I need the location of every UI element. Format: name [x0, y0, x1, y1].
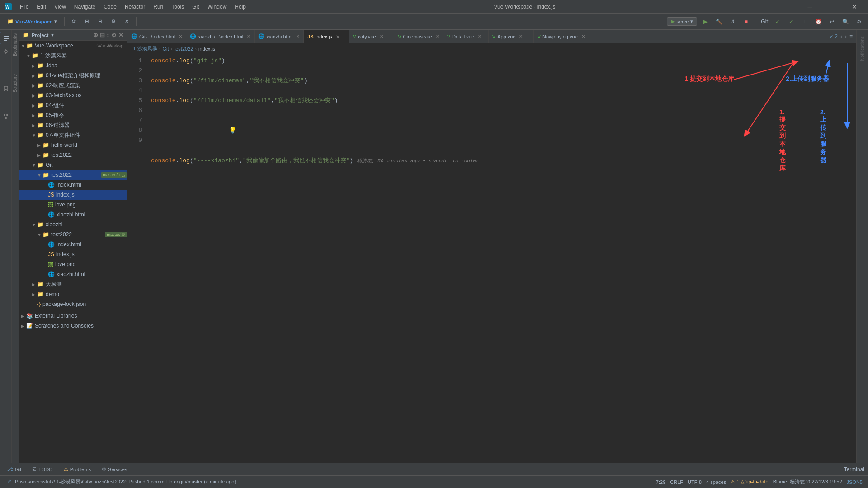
project-selector[interactable]: 📁 Vue-Workspace ▾ [4, 18, 61, 25]
close-tab-1[interactable]: ✕ [179, 34, 182, 39]
tree-item-test2022-xiaozhi[interactable]: ▼ 📁 test2022 master/ ∅ [19, 230, 127, 239]
tab-catyvue[interactable]: V caty.vue ✕ [349, 30, 394, 43]
code-area[interactable]: console.log("git js") console.log("/film… [146, 54, 856, 463]
git-check-count[interactable]: ✓ 2 [830, 33, 838, 39]
close-tab-4[interactable]: ✕ [336, 34, 340, 39]
tab-xiaozhi-indexhtml[interactable]: 🌐 xiaozhi\...\index.html ✕ [186, 30, 255, 43]
menu-help[interactable]: Help [231, 3, 250, 11]
menu-git[interactable]: Git [189, 3, 203, 11]
search-button[interactable]: 🔍 [840, 16, 851, 27]
breadcrumb-indexjs[interactable]: index.js [198, 46, 215, 52]
tab-nowplayingvue[interactable]: V Nowplaying.vue ✕ [534, 30, 589, 43]
menu-edit[interactable]: Edit [33, 3, 50, 11]
close-tab-8[interactable]: ✕ [519, 34, 523, 39]
tree-item-idea[interactable]: ▶ 📁 .idea [19, 61, 127, 70]
tree-item-05[interactable]: ▶ 📁 05-指令 [19, 110, 127, 120]
tab-cinemasvue[interactable]: V Cinemas.vue ✕ [394, 30, 443, 43]
close-button[interactable]: ✕ [844, 0, 864, 13]
close-tab-3[interactable]: ✕ [296, 34, 300, 39]
menu-refactor[interactable]: Refactor [121, 3, 149, 11]
bottom-tab-git[interactable]: ⎇ Git [4, 465, 25, 473]
tree-item-test2022-07[interactable]: ▶ 📁 test2022 [19, 150, 127, 160]
tab-menu[interactable]: ≡ [849, 33, 853, 40]
collapse-icon[interactable]: ⊟ [100, 32, 105, 38]
sync-button[interactable]: ⟳ [68, 18, 80, 25]
locate-icon[interactable]: ⊕ [93, 32, 98, 38]
maximize-button[interactable]: □ [822, 0, 842, 13]
breadcrumb-test2022[interactable]: test2022 [174, 46, 193, 52]
close-tab-7[interactable]: ✕ [478, 34, 481, 39]
minimize-button[interactable]: ─ [800, 0, 820, 13]
settings-button[interactable]: ⚙ [108, 18, 119, 25]
git-pull-button[interactable]: ↓ [799, 16, 810, 27]
menu-tools[interactable]: Tools [168, 3, 188, 11]
project-icon[interactable] [0, 32, 12, 44]
structure-icon[interactable] [0, 110, 12, 123]
tree-item-indexhtml[interactable]: 🌐 index.html [19, 180, 127, 190]
tree-item-xiaozhi-indexjs[interactable]: JS index.js [19, 249, 127, 259]
settings-gear-button[interactable]: ⚙ [854, 16, 864, 27]
run-button[interactable]: ▶ [700, 16, 711, 27]
tree-root[interactable]: ▼ 📁 Vue-Workspace F:\Vue-Worksp... [19, 41, 127, 51]
json-label[interactable]: JSON5 [847, 479, 863, 485]
tree-item-xiaozhi-lovepng[interactable]: 🖼 love.png [19, 259, 127, 269]
menu-run[interactable]: Run [150, 3, 167, 11]
tab-scroll-right[interactable]: › [845, 33, 847, 40]
menu-navigate[interactable]: Navigate [71, 3, 99, 11]
expand-all-button[interactable]: ⊞ [81, 18, 93, 25]
breadcrumb-git[interactable]: Git [162, 46, 169, 52]
close-tab-5[interactable]: ✕ [380, 34, 383, 39]
tree-item-06[interactable]: ▶ 📁 06-过滤器 [19, 120, 127, 130]
close-tab-9[interactable]: ✕ [581, 34, 585, 39]
build-button[interactable]: 🔨 [713, 16, 724, 27]
git-rollback-button[interactable]: ↩ [826, 16, 837, 27]
serve-dropdown[interactable]: ▶ serve ▾ [667, 17, 697, 26]
tab-xiaozhihtml[interactable]: 🌐 xiaozhi.html ✕ [255, 30, 304, 43]
tree-item-lovepng[interactable]: 🖼 love.png [19, 200, 127, 210]
tree-item-external[interactable]: ▶ 📚 External Libraries [19, 311, 127, 321]
tab-indexjs[interactable]: JS index.js ✕ [304, 30, 349, 43]
tree-item-helloworld[interactable]: ▶ 📁 hello-world [19, 140, 127, 150]
tab-appvue[interactable]: V App.vue ✕ [489, 30, 534, 43]
terminal-label[interactable]: Terminal [844, 466, 864, 473]
tree-item-03[interactable]: ▶ 📁 03-fetch&axios [19, 90, 127, 100]
menu-code[interactable]: Code [100, 3, 120, 11]
tree-item-xiaozhi-indexhtml[interactable]: 🌐 index.html [19, 239, 127, 249]
git-push-button[interactable]: ✓ [786, 16, 797, 27]
tab-detailvue[interactable]: V Detail.vue ✕ [443, 30, 489, 43]
tree-item-xiaozhi-folder[interactable]: ▼ 📁 xiaozhi [19, 220, 127, 230]
close-tree-button[interactable]: ✕ [121, 18, 132, 25]
close-tree-icon[interactable]: ✕ [118, 32, 123, 38]
tree-item-xiaozhihtml[interactable]: 🌐 xiaozhi.html [19, 210, 127, 220]
rerun-button[interactable]: ↺ [727, 16, 738, 27]
tab-git-indexhtml[interactable]: 🌐 Git\...\index.html ✕ [127, 30, 186, 43]
close-tab-2[interactable]: ✕ [247, 34, 250, 39]
tree-item-git[interactable]: ▼ 📁 Git [19, 160, 127, 170]
tab-scroll-left[interactable]: ‹ [840, 33, 842, 40]
tree-item-xiaozhi-xiaozhihtml[interactable]: 🌐 xiaozhi.html [19, 269, 127, 279]
tree-item-scratches[interactable]: ▶ 📝 Scratches and Consoles [19, 321, 127, 331]
breadcrumb-workspace[interactable]: 1-沙漠风暴 [133, 45, 157, 52]
git-commit-button[interactable]: ✓ [772, 16, 783, 27]
tree-item-01vue[interactable]: ▶ 📁 01-vue框架介绍和原理 [19, 70, 127, 80]
bookmark-icon[interactable] [0, 82, 12, 95]
commit-icon[interactable] [0, 45, 12, 58]
stop-button[interactable]: ■ [741, 16, 751, 27]
bottom-tab-problems[interactable]: ⚠ Problems [60, 465, 94, 473]
tree-item-test2022-git[interactable]: ▼ 📁 test2022 master / 1 △ [19, 170, 127, 180]
tree-item-dajiance[interactable]: ▶ 📁 大检测 [19, 279, 127, 289]
menu-file[interactable]: File [16, 3, 32, 11]
tree-item-indexjs[interactable]: JS index.js [19, 190, 127, 200]
tree-item-shamo[interactable]: ▼ 📁 1-沙漠风暴 [19, 51, 127, 61]
menu-view[interactable]: View [51, 3, 70, 11]
git-fetch-button[interactable]: ⏰ [813, 16, 824, 27]
menu-window[interactable]: Window [204, 3, 231, 11]
bottom-tab-todo[interactable]: ☑ TODO [28, 465, 57, 473]
sort-icon[interactable]: ↕ [107, 32, 110, 38]
tree-item-demo[interactable]: ▶ 📁 demo [19, 289, 127, 299]
tree-item-04[interactable]: ▶ 📁 04-组件 [19, 100, 127, 110]
gear-icon-tree[interactable]: ⚙ [111, 32, 117, 38]
collapse-all-button[interactable]: ⊟ [94, 18, 106, 25]
close-tab-6[interactable]: ✕ [436, 34, 439, 39]
tree-item-packagelock[interactable]: {} package-lock.json [19, 299, 127, 309]
